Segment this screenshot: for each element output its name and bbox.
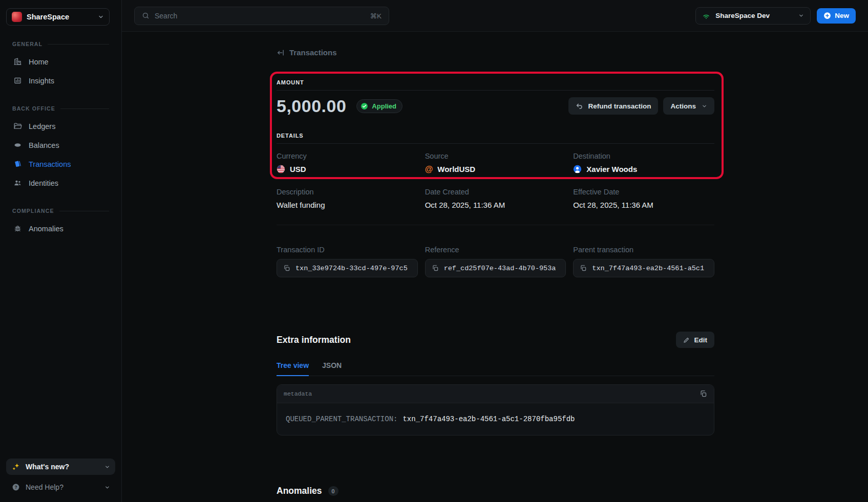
page-content: Transactions AMOUNT 5,000.00 Applied [122,32,868,502]
destination-field: Destination Xavier Woods [573,152,714,173]
destination-value: Xavier Woods [586,165,637,173]
chevron-down-icon [702,103,707,109]
sidebar-item-ledgers[interactable]: Ledgers [6,117,115,136]
amount-row: 5,000.00 Applied Refund transaction [277,95,714,117]
effective-date-label: Effective Date [573,188,714,196]
wifi-icon [702,12,710,20]
anomalies-count-badge: 0 [328,486,338,496]
sidebar-item-insights[interactable]: Insights [6,71,115,90]
sidebar-item-anomalies[interactable]: Anomalies [6,219,115,238]
amount-value: 5,000.00 [277,96,346,116]
reference-chip[interactable]: ref_cd25f07e-43ad-4b70-953a [425,259,566,277]
metadata-panel-header: metadata [277,385,714,403]
sidebar-item-balances[interactable]: Balances [6,136,115,155]
extra-information-title: Extra information [277,335,351,345]
metadata-key: QUEUED_PARENT_TRANSACTION: [286,415,397,423]
workspace-switcher[interactable]: ShareSpace [6,8,110,26]
new-button[interactable]: New [817,8,856,24]
topbar: ⌘K ShareSpace Dev New [122,0,868,32]
breadcrumb-label: Transactions [289,48,337,57]
building-icon [13,57,22,66]
environment-name: ShareSpace Dev [715,12,793,19]
breadcrumb-transactions[interactable]: Transactions [277,48,337,57]
section-label-compliance: COMPLIANCE [12,208,54,214]
need-help-button[interactable]: ? Need Help? [6,479,115,495]
workspace-name: ShareSpace [27,13,93,21]
actions-button[interactable]: Actions [663,97,714,115]
details-section-label: DETAILS [277,133,714,139]
details-grid-row-1: Currency USD Source @ WorldUSD [277,152,714,173]
search-icon [142,12,150,19]
search-box[interactable]: ⌘K [134,7,389,25]
sparkles-icon [12,463,20,471]
sidebar-section-compliance: COMPLIANCE Anomalies [6,208,115,238]
status-badge: Applied [356,99,403,113]
svg-text:?: ? [14,485,17,490]
transaction-id-chip[interactable]: txn_33e9724b-33cd-497e-97c5 [277,259,418,277]
amount-section-label: AMOUNT [277,79,714,85]
parent-transaction-chip[interactable]: txn_7f47a493-ea2b-4561-a5c1 [573,259,714,277]
copy-icon[interactable] [700,390,707,398]
source-label: Source [425,152,566,160]
date-created-value: Oct 28, 2025, 11:36 AM [425,201,566,209]
description-value: Wallet funding [277,201,418,209]
sidebar-item-label: Transactions [29,160,71,168]
anomalies-header: Anomalies 0 [277,486,714,496]
copy-icon [283,265,290,272]
search-shortcut: ⌘K [370,12,382,20]
sidebar-section-back-office: BACK OFFICE Ledgers Balances Transacti [6,105,115,192]
date-created-label: Date Created [425,188,566,196]
refund-button-label: Refund transaction [588,102,651,110]
destination-label: Destination [573,152,714,160]
transactions-stack-icon [13,160,22,168]
section-label-general: GENERAL [12,41,43,47]
extra-information-header: Extra information Edit [277,332,714,348]
divider [277,90,714,91]
metadata-body: QUEUED_PARENT_TRANSACTION: txn_7f47a493-… [277,403,714,435]
sidebar-item-home[interactable]: Home [6,52,115,71]
sidebar-section-general: GENERAL Home Insights [6,41,115,90]
person-circle-icon [573,165,582,173]
whats-new-button[interactable]: What's new? [6,459,115,475]
currency-value: USD [290,165,306,173]
anomalies-title: Anomalies [277,486,322,496]
sidebar-item-identities[interactable]: Identities [6,173,115,192]
us-flag-icon [277,165,285,173]
sidebar-footer: What's new? ? Need Help? [6,459,115,495]
transaction-id-label: Transaction ID [277,246,418,254]
environment-select[interactable]: ShareSpace Dev [695,7,811,25]
parent-transaction-label: Parent transaction [573,246,714,254]
source-field: Source @ WorldUSD [425,152,566,173]
arrow-left-to-line-icon [277,49,285,57]
chevron-down-icon [104,485,110,490]
date-created-field: Date Created Oct 28, 2025, 11:36 AM [425,188,566,209]
tab-json[interactable]: JSON [322,361,342,376]
refund-transaction-button[interactable]: Refund transaction [568,97,658,115]
bar-chart-icon [13,76,22,85]
reference-value: ref_cd25f07e-43ad-4b70-953a [444,265,556,272]
sidebar-item-transactions[interactable]: Transactions [6,155,115,173]
currency-field: Currency USD [277,152,418,173]
amount-actions: Refund transaction Actions [568,97,714,115]
description-field: Description Wallet funding [277,188,418,209]
divider [277,225,714,225]
effective-date-value: Oct 28, 2025, 11:36 AM [573,201,714,209]
main-area: ⌘K ShareSpace Dev New [122,0,868,502]
details-grid-row-2: Description Wallet funding Date Created … [277,188,714,209]
sidebar: ShareSpace GENERAL Home Insights [0,0,122,502]
tab-tree-view[interactable]: Tree view [277,361,309,376]
plus-circle-icon [823,12,831,19]
sidebar-item-label: Anomalies [29,225,63,233]
folder-icon [13,122,22,130]
reference-field: Reference ref_cd25f07e-43ad-4b70-953a [425,246,566,277]
metadata-value: txn_7f47a493-ea2b-4561-a5c1-2870fba95fdb [403,415,575,423]
sidebar-item-label: Balances [29,141,59,149]
check-circle-icon [361,102,368,110]
search-input[interactable] [155,12,365,20]
extra-information-tabs: Tree view JSON [277,361,714,376]
transaction-id-value: txn_33e9724b-33cd-497e-97c5 [295,265,408,272]
edit-button[interactable]: Edit [676,332,715,348]
metadata-title: metadata [284,390,700,397]
help-circle-icon: ? [12,483,20,491]
chevron-down-icon [798,13,804,18]
